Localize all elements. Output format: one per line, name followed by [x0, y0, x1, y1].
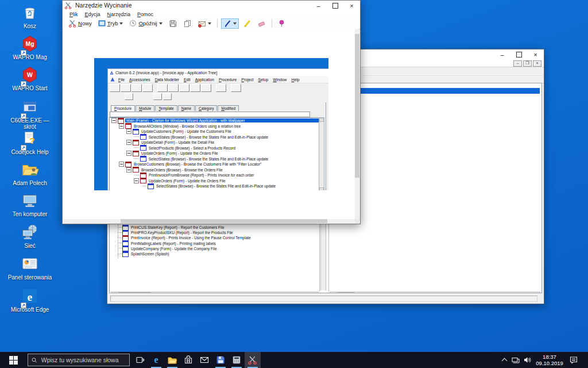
scrollbar-thumb[interactable] [355, 34, 359, 178]
desktop-icon-help-file[interactable]: ?Codejock Help [5, 129, 55, 155]
window-title: Narzędzie Wycinanie [73, 1, 310, 10]
desktop-icon-network[interactable]: Sieć [5, 223, 55, 249]
desktop-icon-recycle-bin[interactable]: Kosz [5, 3, 55, 29]
tree-connector-stub [134, 147, 139, 148]
delay-button[interactable]: Opóźnij [127, 19, 164, 28]
eraser-tool-button[interactable] [255, 19, 268, 28]
canvas-horizontal-scrollbar[interactable] [63, 219, 355, 223]
pen-tool-button[interactable] [221, 18, 239, 29]
tree-item[interactable]: SelectStates (Browse) - Browse the State… [110, 135, 324, 140]
collapse-toggle-icon[interactable] [126, 151, 131, 156]
collapse-toggle-icon[interactable] [119, 124, 124, 129]
taskbar-clock[interactable]: 18:37 09.10.2019 [533, 354, 566, 366]
tree-item[interactable]: PrintInvoiceFromBrowse (Report) - Prints… [110, 172, 324, 178]
tree-item[interactable]: BrowseCustomers (Browse) - Browse the Cu… [110, 162, 324, 167]
mdi-close-button[interactable]: × [533, 60, 541, 67]
save-button[interactable] [167, 19, 179, 28]
scrollbar-thumb[interactable] [121, 219, 327, 223]
tree-item[interactable]: BrowseAllOrders (Window) - Browse Orders… [110, 124, 324, 129]
send-snip-button[interactable] [195, 19, 214, 28]
scroll-left-arrow-icon[interactable] [111, 292, 117, 293]
tree-item[interactable]: PrintPRO.KeyProductSKU (Report) - Report… [118, 230, 318, 235]
collapse-toggle-icon[interactable] [126, 167, 131, 172]
canvas-vertical-scrollbar[interactable] [355, 29, 359, 219]
tree-item[interactable]: UpdateDetail (Form) - Update the Detail … [110, 140, 324, 145]
collapse-toggle-icon[interactable] [119, 162, 124, 167]
action-center-icon[interactable] [566, 352, 581, 368]
tree-item[interactable]: UpdateOrders (Form) - Update the Orders … [110, 178, 324, 184]
tree-item[interactable]: PrintMailingLabels (Report) - Printing m… [118, 241, 318, 246]
desktop-icon-wapro-mag[interactable]: MgWAPRO Mag [5, 34, 55, 60]
taskbar-icon-app-floppy[interactable] [212, 352, 229, 368]
tree-horizontal-scrollbar[interactable] [111, 292, 319, 293]
tray-overflow-chevron-icon[interactable] [498, 352, 510, 368]
mdi-minimize-button[interactable]: – [513, 60, 522, 67]
mode-button[interactable]: Tryb [96, 19, 126, 28]
minimize-button[interactable]: – [494, 49, 510, 60]
desktop-icon-edge[interactable]: eMicrosoft Edge [5, 287, 55, 313]
tree-item[interactable]: UpdateCustomers (Form) - Update the Cust… [110, 129, 324, 135]
collapse-toggle-icon[interactable] [134, 178, 139, 183]
scrollbar-thumb[interactable] [118, 292, 151, 293]
collapse-toggle-icon[interactable] [126, 129, 131, 134]
taskbar-icon-store[interactable] [180, 352, 196, 368]
tree-item[interactable]: SplashScreen (Splash) [118, 251, 318, 256]
highlighter-tool-button[interactable] [241, 19, 253, 28]
taskbar-icon-task-view[interactable] [132, 352, 148, 368]
scrollbar-thumb[interactable] [337, 292, 354, 293]
desktop-icon-app-window[interactable]: C60EE.EXE — skrót [5, 98, 55, 130]
tree-item[interactable]: PrintCUS.StateKey (Report) - Report the … [118, 225, 318, 230]
close-button[interactable]: × [343, 1, 360, 10]
tree-item[interactable]: PrintInvoice (Report) - Prints Invoice -… [118, 235, 318, 240]
maximize-button[interactable] [510, 49, 527, 60]
taskbar-icon-edge[interactable]: e [148, 352, 164, 368]
snipping-tool-window[interactable]: Narzędzie Wycinanie – × PlikEdycjaNarzęd… [62, 0, 361, 224]
desktop-icon-this-pc[interactable]: Ten komputer [5, 191, 55, 217]
menu-edycja[interactable]: Edycja [82, 12, 104, 17]
list-horizontal-scrollbar[interactable] [330, 292, 540, 293]
taskbar-icon-mail[interactable] [196, 352, 212, 368]
toolbar-button [121, 84, 131, 92]
system-tray: 18:37 09.10.2019 [498, 352, 588, 368]
collapse-toggle-icon[interactable] [111, 118, 117, 123]
resize-grip[interactable] [355, 219, 359, 223]
new-snip-button[interactable]: Nowy [66, 19, 94, 28]
tree-item[interactable]: UpdateCompany (Form) - Update the Compan… [118, 246, 318, 251]
copy-button[interactable] [181, 19, 194, 28]
menu-pomoc[interactable]: Pomoc [134, 12, 157, 17]
pin-tool-button[interactable] [276, 19, 288, 28]
minimize-button[interactable]: – [310, 1, 327, 10]
scroll-right-arrow-icon[interactable] [534, 292, 540, 293]
network-icon[interactable] [510, 352, 521, 368]
tree-item[interactable]: Main (Frame) - Clarion for Windows Wizar… [110, 118, 321, 124]
taskbar-icon-file-explorer[interactable] [164, 352, 180, 368]
desktop-icon-wapro-start[interactable]: WWAPRO Start [5, 66, 55, 91]
search-input[interactable] [40, 356, 126, 364]
tree-item[interactable]: SelectStates (Browse) - Browse the State… [110, 183, 324, 189]
menu-plik[interactable]: Plik [66, 12, 82, 17]
start-button[interactable] [0, 352, 26, 368]
taskbar-icon-snipping-tool[interactable] [245, 352, 261, 368]
menu-narzędzia[interactable]: Narzędzia [104, 12, 134, 17]
scroll-right-arrow-icon[interactable] [312, 292, 318, 293]
taskbar-app-icons: e [132, 352, 261, 368]
desktop-icon-control-panel[interactable]: Panel sterowania [5, 255, 55, 281]
close-button[interactable]: × [527, 49, 544, 60]
taskbar-icon-app-register[interactable] [229, 352, 245, 368]
tree-item[interactable]: SelectProducts (Browse) - Select a Produ… [110, 145, 324, 151]
taskbar-search[interactable] [28, 354, 130, 366]
collapse-toggle-icon[interactable] [126, 140, 131, 145]
desktop-icon-user-folder[interactable]: Adam Polech [5, 160, 55, 186]
desktop-icon-label: Ten komputer [5, 211, 55, 217]
tree-item[interactable]: BrowseOrders (Browse) - Browse the Order… [110, 167, 324, 173]
captured-tree-scrollbar [319, 117, 324, 190]
mdi-restore-button[interactable]: ❒ [523, 60, 532, 67]
tree-item[interactable]: UpdateOrders (Form) - Update the Orders … [110, 151, 324, 156]
tree-item-label: BrowseOrders (Browse) - Browse the Order… [140, 168, 224, 172]
tree-connector-stub [118, 254, 122, 255]
tree-item[interactable]: SelectStates (Browse) - Browse the State… [110, 156, 324, 162]
scroll-left-arrow-icon[interactable] [330, 292, 336, 293]
maximize-button[interactable] [327, 1, 343, 10]
procedure-icon [140, 172, 146, 178]
volume-icon[interactable] [521, 352, 533, 368]
